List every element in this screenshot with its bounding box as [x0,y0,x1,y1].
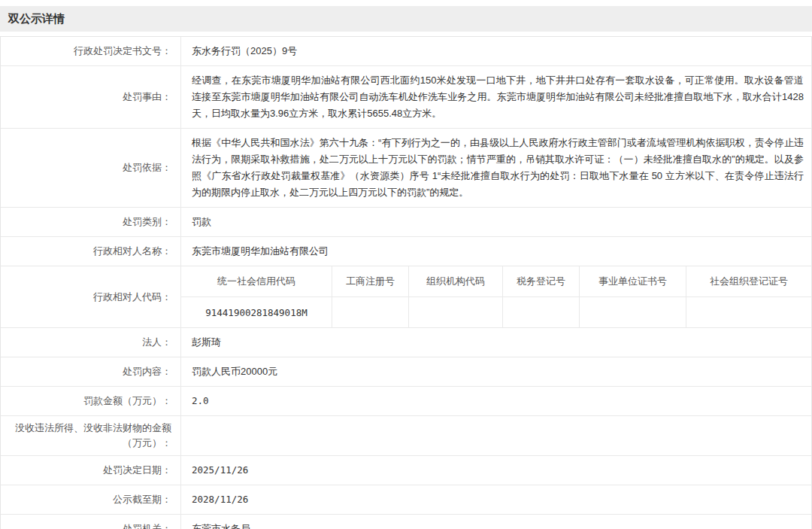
row-value: 东水务行罚（2025）9号 [181,37,811,65]
row-value: 罚款 [181,208,811,236]
row-label: 法人： [1,328,181,357]
code-table-value-institution-cert-number [580,297,686,327]
row-legal-representative: 法人： 彭斯琦 [1,328,811,357]
row-label: 行政相对人代码： [1,266,181,327]
row-penalty-authority: 处罚机关： 东莞市水务局 [1,515,811,529]
page-title-bar: 双公示详情 [0,6,812,32]
row-label: 处罚依据： [1,129,181,207]
watermark-block [654,499,672,508]
row-label: 处罚类别： [1,208,181,236]
watermark-artifact [609,499,743,508]
code-table-header-org-code: 组织机构代码 [409,266,503,296]
row-counterpart-codes: 行政相对人代码： 统一社会信用代码 工商注册号 组织机构代码 税务登记号 事业单… [1,266,811,328]
row-label: 行政相对人名称： [1,237,181,266]
code-table-header-row: 统一社会信用代码 工商注册号 组织机构代码 税务登记号 事业单位证书号 社会组织… [181,266,811,297]
row-value: 2.0 [181,387,811,415]
row-label: 罚款金额（万元）： [1,387,181,415]
row-label: 处罚事由： [1,66,181,128]
row-label: 公示截至期： [1,485,181,514]
watermark-block [676,499,714,508]
row-penalty-reason: 处罚事由： 经调查，在东莞市塘厦明华加油站有限公司西北面约150米处发现一口地下… [1,66,811,129]
code-table-header-institution-cert-number: 事业单位证书号 [580,266,686,296]
row-label: 没收违法所得、没收非法财物的金额（万元）： [1,416,181,455]
page-title: 双公示详情 [8,12,65,26]
row-value [181,416,811,455]
double-publicity-detail-page: 双公示详情 行政处罚决定书文号： 东水务行罚（2025）9号 处罚事由： 经调查… [0,6,812,529]
watermark-block [609,499,630,508]
code-table-header-credit-code: 统一社会信用代码 [181,266,332,296]
row-label: 处罚机关： [1,515,181,529]
code-table-value-row: 91441900281849018M [181,297,811,327]
row-counterpart-name: 行政相对人名称： 东莞市塘厦明华加油站有限公司 [1,237,811,266]
row-penalty-content: 处罚内容： 罚款人民币20000元 [1,357,811,387]
row-label: 处罚内容： [1,357,181,386]
code-table-value-tax-reg-number [503,297,580,327]
code-table-value-credit-code: 91441900281849018M [181,297,332,327]
row-label: 处罚决定日期： [1,456,181,485]
row-fine-amount: 罚款金额（万元）： 2.0 [1,387,811,416]
row-value: 罚款人民币20000元 [181,357,811,386]
row-confiscation-amount: 没收违法所得、没收非法财物的金额（万元）： [1,416,811,456]
row-penalty-decision-date: 处罚决定日期： 2025/11/26 [1,456,811,485]
code-table-value-org-code [409,297,503,327]
row-value: 经调查，在东莞市塘厦明华加油站有限公司西北面约150米处发现一口地下井，地下井井… [181,66,811,128]
row-value: 彭斯琦 [181,328,811,357]
code-table-value-business-reg-number [332,297,409,327]
code-table-header-social-org-reg-number: 社会组织登记证号 [686,266,811,296]
row-penalty-basis: 处罚依据： 根据《中华人民共和国水法》第六十九条：“有下列行为之一的，由县级以上… [1,129,811,208]
counterpart-code-table: 统一社会信用代码 工商注册号 组织机构代码 税务登记号 事业单位证书号 社会组织… [181,266,811,327]
code-table-header-tax-reg-number: 税务登记号 [503,266,580,296]
code-table-value-social-org-reg-number [686,297,811,327]
row-penalty-category: 处罚类别： 罚款 [1,208,811,237]
row-value: 根据《中华人民共和国水法》第六十九条：“有下列行为之一的，由县级以上人民政府水行… [181,129,811,207]
row-penalty-decision-doc-number: 行政处罚决定书文号： 东水务行罚（2025）9号 [1,37,811,66]
code-table-header-business-reg-number: 工商注册号 [332,266,409,296]
row-value: 东莞市塘厦明华加油站有限公司 [181,237,811,266]
watermark-block [634,499,650,508]
row-value: 东莞市水务局 [181,515,811,529]
watermark-block [717,499,737,508]
row-value: 2025/11/26 [181,456,811,485]
row-label: 行政处罚决定书文号： [1,37,181,65]
penalty-details-table: 行政处罚决定书文号： 东水务行罚（2025）9号 处罚事由： 经调查，在东莞市塘… [0,36,812,529]
